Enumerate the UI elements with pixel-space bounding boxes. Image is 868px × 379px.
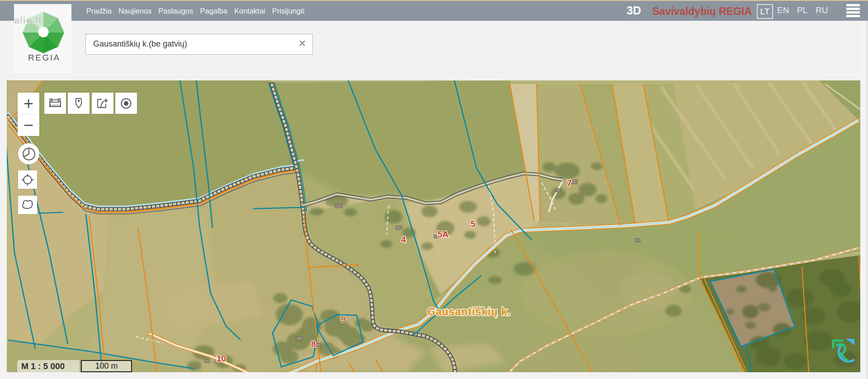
svg-text:5A: 5A (438, 229, 449, 239)
svg-text:8: 8 (311, 339, 316, 349)
svg-text:Gausantiškių k.: Gausantiškių k. (427, 306, 511, 318)
svg-text:4: 4 (401, 235, 406, 244)
svg-text:5: 5 (471, 219, 476, 229)
svg-text:7: 7 (567, 178, 572, 188)
svg-text:10: 10 (217, 354, 226, 363)
svg-text:9: 9 (341, 314, 346, 324)
